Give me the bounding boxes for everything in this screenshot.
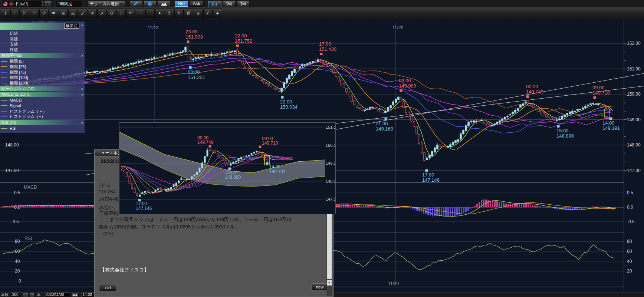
fan-lines-tool-button[interactable] xyxy=(78,9,87,18)
bid-button[interactable]: Bid xyxy=(175,1,188,7)
vertical-line-tool-button[interactable] xyxy=(145,9,155,18)
info-button[interactable]: i xyxy=(144,1,156,7)
info-icon: i xyxy=(147,1,152,6)
angle-lines-tool-button[interactable] xyxy=(97,9,106,18)
rsi-axis-label: 20 xyxy=(627,268,632,274)
icon-stamp-tool-button[interactable]: ICON xyxy=(165,9,174,18)
close-icon[interactable]: × xyxy=(81,53,83,58)
us-flag-icon xyxy=(3,1,8,6)
annotation-time: 21:00 xyxy=(376,121,388,126)
calendar-button[interactable] xyxy=(71,293,79,297)
zoom-axis-label: 147.0 xyxy=(326,197,335,201)
trendline-2-tool-button[interactable]: 2 xyxy=(20,9,29,18)
pair-dropdown-button[interactable]: ▼ xyxy=(44,1,51,7)
trendline-2-icon: 2 xyxy=(23,9,27,17)
eraser-icon xyxy=(216,9,220,17)
pentagon-tool-button[interactable] xyxy=(107,9,116,18)
pan-hand-tool-button[interactable] xyxy=(194,9,203,18)
zoom-in-button[interactable] xyxy=(237,1,250,7)
history-tool-button[interactable] xyxy=(174,9,184,18)
crosshair-tool-button[interactable] xyxy=(1,9,10,18)
text-icon: A xyxy=(158,9,162,17)
rsi-axis-label: 60 xyxy=(15,249,20,254)
legend-title-bar: ×最新足 xyxy=(0,23,85,30)
annotation-marker xyxy=(266,162,269,165)
horizontal-line-tool-button[interactable] xyxy=(136,9,145,18)
latest-bar-badge: 最新足 xyxy=(64,23,79,29)
close-icon[interactable]: × xyxy=(81,121,83,125)
macd-axis-label: 0.5 xyxy=(627,190,633,195)
annotation-time: 00:00 xyxy=(188,69,200,75)
annotation-price: 151.430 xyxy=(319,46,336,52)
news-body-line: 銭から163円23銭、ユーロ・ドルは1.0895ドルから1.0910ドル。 xyxy=(99,224,240,230)
new-news-button[interactable]: new xyxy=(312,283,328,290)
scrollbar-down-button[interactable]: ▼ xyxy=(327,280,332,286)
currency-pair-selector[interactable]: ドル/円 xyxy=(1,1,43,7)
technical-select-label: テクニカル選択 xyxy=(90,1,119,7)
scrollbar-thumb[interactable] xyxy=(327,213,332,279)
annotation-time: 15:00 xyxy=(225,170,236,175)
pencil-icon xyxy=(133,1,139,6)
macd-axis-label: 0.0 xyxy=(14,205,20,210)
vertical-grid-tool-button[interactable] xyxy=(88,9,97,18)
annotation-price: 148.890 xyxy=(556,133,574,139)
rectangle-tool-button[interactable] xyxy=(126,9,135,18)
count-increment-button[interactable]: ▲ xyxy=(29,293,34,297)
bar-count-input[interactable]: 300 xyxy=(11,293,22,297)
annotation-marker xyxy=(557,125,560,128)
text-tool-button[interactable]: A xyxy=(155,9,164,18)
legend-item-macd: MACD xyxy=(0,98,85,103)
timeframe-selector[interactable]: 1時間足 ▼ xyxy=(56,1,82,7)
eraser-tool-button[interactable] xyxy=(213,9,222,18)
zoom-axis-label: 150.0 xyxy=(326,143,335,148)
chart-mode-button[interactable] xyxy=(158,1,170,7)
annotation-marker xyxy=(610,117,612,120)
legend-item-ohlc: 安値 xyxy=(0,42,85,47)
close-icon[interactable]: × xyxy=(81,23,83,28)
annotation-price: 147.146 xyxy=(422,177,440,183)
parallel-lines-4-tool-button[interactable] xyxy=(59,9,68,18)
technical-select-button[interactable]: テクニカル選択 ▼ xyxy=(88,1,125,7)
crosshair-icon xyxy=(3,9,7,17)
svg-text:2: 2 xyxy=(23,11,24,13)
mountain-icon xyxy=(161,1,167,6)
legend-item-macd: ヒストグラム（＋） xyxy=(0,109,85,114)
legend-item-ma: 期間 [200] xyxy=(0,80,85,86)
zoom-out-button[interactable] xyxy=(223,1,236,7)
close-icon[interactable]: × xyxy=(81,87,83,92)
count-decrement-button[interactable]: ▼ xyxy=(23,293,28,297)
legend-header-macd: MACD [5, 20, 9]× xyxy=(0,92,85,97)
volume-display-button[interactable] xyxy=(208,1,221,7)
macd-axis-label: 0.0 xyxy=(627,205,633,210)
history-icon xyxy=(177,9,181,17)
price-axis-label-left: 148.00 xyxy=(5,142,19,148)
ask-button[interactable]: Ask xyxy=(190,1,204,7)
histogram-icon xyxy=(211,1,218,6)
ruler-tool-button[interactable] xyxy=(39,9,49,18)
copy-tool-button[interactable] xyxy=(184,9,193,18)
legend-header-peak-bottom: ピークボトム [10]× xyxy=(0,86,85,91)
trendline-3-tool-button[interactable]: 3 xyxy=(30,9,39,18)
annotation-marker xyxy=(281,96,284,99)
news-line: 24日午後 xyxy=(99,196,119,203)
svg-text:ICON: ICON xyxy=(168,14,171,15)
pencil-button[interactable] xyxy=(129,1,142,7)
zoom-chart-canvas[interactable]: 151.0150.0149.0148.0147.000:00149.74909:… xyxy=(119,123,335,214)
settings-wrench-tool-button[interactable] xyxy=(203,9,213,18)
trendline-1-tool-button[interactable]: 1 xyxy=(10,9,20,18)
annotation-price: 149.169 xyxy=(376,126,393,132)
ellipse-tool-button[interactable] xyxy=(116,9,126,18)
trendline-1-icon: 1 xyxy=(13,9,17,17)
line-swatch-icon xyxy=(1,61,7,62)
fibonacci-arcs-tool-button[interactable] xyxy=(68,9,78,18)
annotation-marker xyxy=(259,146,262,148)
top-toolbar: ドル/円 ▼ 1時間足 ▼ テクニカル選択 ▼ i Bid Ask xyxy=(0,0,644,7)
date-input[interactable]: 2023/11/08 xyxy=(44,293,70,297)
parallel-lines-2-tool-button[interactable] xyxy=(49,9,58,18)
close-icon[interactable]: × xyxy=(81,92,83,97)
old-news-button[interactable]: old xyxy=(99,284,117,291)
calendar-icon xyxy=(73,293,77,297)
price-axis-label: 150.00 xyxy=(627,92,641,97)
legend-item-ma: 期間 [100] xyxy=(0,75,85,80)
zoom-chart-window[interactable]: 151.0150.0149.0148.0147.000:00149.74909:… xyxy=(119,122,336,214)
